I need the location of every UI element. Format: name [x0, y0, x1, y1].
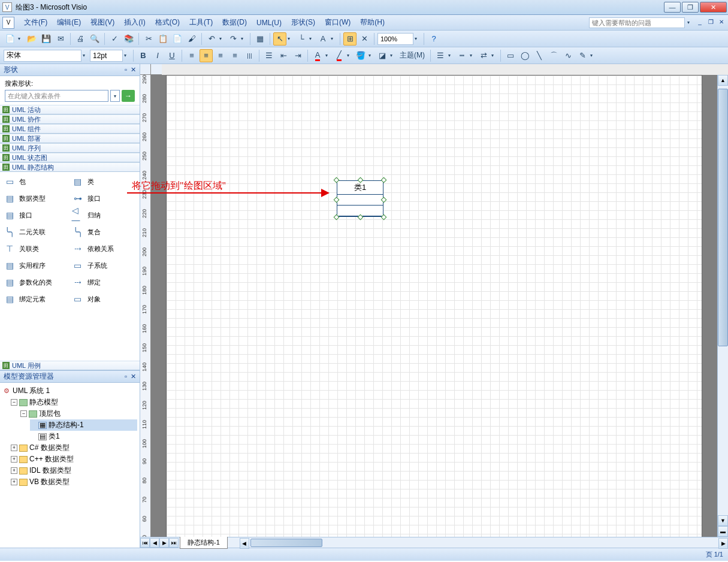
redo-dropdown-icon[interactable]: ▾	[241, 36, 247, 41]
shape-item[interactable]: ⊤关联类	[2, 241, 70, 256]
shape-item[interactable]: ▭包	[2, 174, 70, 189]
print-preview-button[interactable]: 🔍	[88, 32, 101, 46]
shape-item[interactable]: ╰╮二元关联	[2, 225, 70, 239]
underline-button[interactable]: U	[165, 49, 179, 62]
vertical-scrollbar[interactable]: ▲ ▼ ▬	[717, 75, 728, 537]
menu-data[interactable]: 数据(D)	[218, 16, 252, 29]
undo-button[interactable]: ↶	[205, 32, 218, 46]
shape-item[interactable]: ▭对象	[71, 292, 138, 306]
connector-dropdown-icon[interactable]: ▾	[309, 36, 315, 41]
menu-window[interactable]: 窗口(W)	[320, 16, 355, 29]
tree-item[interactable]: +IDL 数据类型	[11, 465, 137, 476]
doc-minimize-button[interactable]: _	[696, 19, 704, 27]
tree-item[interactable]: +C++ 数据类型	[11, 454, 137, 465]
menu-format[interactable]: 格式(O)	[150, 16, 185, 29]
panel-close-icon[interactable]: ✕	[131, 66, 136, 74]
shape-item[interactable]: ▤数据类型	[2, 191, 70, 206]
shape-item[interactable]: ⤏绑定	[71, 275, 138, 289]
help-search-input[interactable]	[589, 17, 685, 28]
font-color-button[interactable]: A	[311, 49, 324, 62]
zoom-input[interactable]: 100%	[377, 33, 413, 45]
tree-item[interactable]: ▦静态结构-1	[30, 419, 137, 431]
class-shape[interactable]: 类1	[337, 180, 383, 217]
stencil-item[interactable]: 田UML 静态结构	[0, 162, 140, 172]
shadow-dropdown-icon[interactable]: ▾	[390, 53, 396, 58]
arc-tool-button[interactable]: ⌒	[547, 49, 560, 62]
theme-button[interactable]: 主题(M)	[397, 49, 427, 62]
horizontal-scrollbar[interactable]: ◀ ▶	[240, 538, 728, 548]
tab-next-button[interactable]: ▶	[159, 538, 169, 548]
bold-button[interactable]: B	[137, 49, 150, 62]
menu-tools[interactable]: 工具(T)	[185, 16, 218, 29]
save-button[interactable]: 💾	[40, 32, 53, 46]
font-name-input[interactable]: 宋体	[4, 50, 81, 62]
menu-insert[interactable]: 插入(I)	[119, 16, 150, 29]
paste-button[interactable]: 📄	[171, 32, 184, 46]
help-dropdown-icon[interactable]: ▾	[687, 20, 693, 25]
scroll-up-button[interactable]: ▲	[718, 75, 728, 86]
ellipse-tool-button[interactable]: ◯	[518, 49, 531, 62]
increase-indent-button[interactable]: ⇥	[291, 49, 304, 62]
pointer-dropdown-icon[interactable]: ▾	[288, 36, 294, 41]
tree-toggle-icon[interactable]: +	[11, 467, 17, 474]
redo-button[interactable]: ↷	[226, 32, 240, 46]
tab-first-button[interactable]: ⏮	[140, 538, 150, 548]
line-ends-button[interactable]: ⇄	[477, 49, 490, 62]
visio-icon[interactable]: V	[2, 17, 14, 29]
shape-item[interactable]: ▤参数化的类	[2, 275, 70, 289]
shadow-button[interactable]: ◪	[376, 49, 389, 62]
stencil-item[interactable]: 田UML 部署	[0, 134, 140, 143]
doc-restore-button[interactable]: ❐	[706, 19, 715, 27]
align-center-button[interactable]: ≡	[200, 49, 213, 62]
search-dropdown-icon[interactable]: ▾	[110, 90, 120, 102]
spelling-button[interactable]: ✓	[108, 32, 121, 46]
align-right-button[interactable]: ≡	[214, 49, 227, 62]
menu-edit[interactable]: 编辑(E)	[52, 16, 86, 29]
line-weight-dropdown-icon[interactable]: ▾	[448, 53, 454, 58]
menu-shapes[interactable]: 形状(S)	[286, 16, 320, 29]
panel-pin-icon[interactable]: ▫	[125, 66, 127, 74]
tree-toggle-icon[interactable]: +	[11, 456, 17, 463]
shape-item[interactable]: ⤏依赖关系	[71, 241, 138, 256]
bullets-button[interactable]: ☰	[262, 49, 276, 62]
rectangle-tool-button[interactable]: ▭	[504, 49, 517, 62]
tab-last-button[interactable]: ⏭	[169, 538, 179, 548]
font-size-input[interactable]: 12pt	[90, 50, 123, 62]
print-button[interactable]: 🖨	[74, 32, 87, 46]
new-dropdown-icon[interactable]: ▾	[18, 36, 24, 41]
undo-dropdown-icon[interactable]: ▾	[219, 36, 225, 41]
shape-search-input[interactable]	[5, 90, 108, 102]
fill-color-button[interactable]: 🪣	[354, 49, 367, 62]
stencil-item[interactable]: 田UML 状态图	[0, 153, 140, 162]
tree-root[interactable]: ⚙ UML 系统 1	[2, 385, 137, 397]
stencil-item[interactable]: 田UML 活动	[0, 105, 140, 114]
menu-uml[interactable]: UML(U)	[252, 17, 286, 29]
dynamic-grid-button[interactable]: ⊞	[343, 32, 357, 46]
tree-item[interactable]: +C# 数据类型	[11, 442, 137, 454]
drawing-page[interactable]	[166, 75, 702, 537]
tree-item[interactable]: ▤类1	[30, 431, 137, 442]
connector-tool-button[interactable]: └	[295, 32, 308, 46]
shape-item[interactable]: ▤接口	[2, 208, 70, 222]
menu-help[interactable]: 帮助(H)	[355, 16, 389, 29]
align-left-button[interactable]: ≡	[185, 49, 198, 62]
minimize-button[interactable]: —	[664, 2, 681, 13]
pointer-tool-button[interactable]: ↖	[273, 32, 286, 46]
stencil-item[interactable]: 田UML 协作	[0, 114, 140, 124]
tree-item[interactable]: +VB 数据类型	[11, 476, 137, 488]
connection-point-button[interactable]: ✕	[358, 32, 371, 46]
shapes-window-button[interactable]: ▦	[253, 32, 267, 46]
scroll-right-button[interactable]: ▶	[718, 538, 728, 549]
line-tool-button[interactable]: ╲	[533, 49, 546, 62]
copy-button[interactable]: 📋	[156, 32, 170, 46]
shape-item[interactable]: ╰╮复合	[71, 225, 138, 239]
scroll-left-button[interactable]: ◀	[240, 538, 249, 549]
shape-item[interactable]: ▤实用程序	[2, 258, 70, 273]
split-button[interactable]: ▬	[718, 526, 728, 537]
line-color-dropdown-icon[interactable]: ▾	[347, 53, 353, 58]
text-dropdown-icon[interactable]: ▾	[331, 36, 337, 41]
scroll-down-button[interactable]: ▼	[718, 515, 728, 526]
open-button[interactable]: 📂	[25, 32, 38, 46]
email-button[interactable]: ✉	[54, 32, 67, 46]
model-panel-pin-icon[interactable]: ▫	[125, 373, 127, 380]
